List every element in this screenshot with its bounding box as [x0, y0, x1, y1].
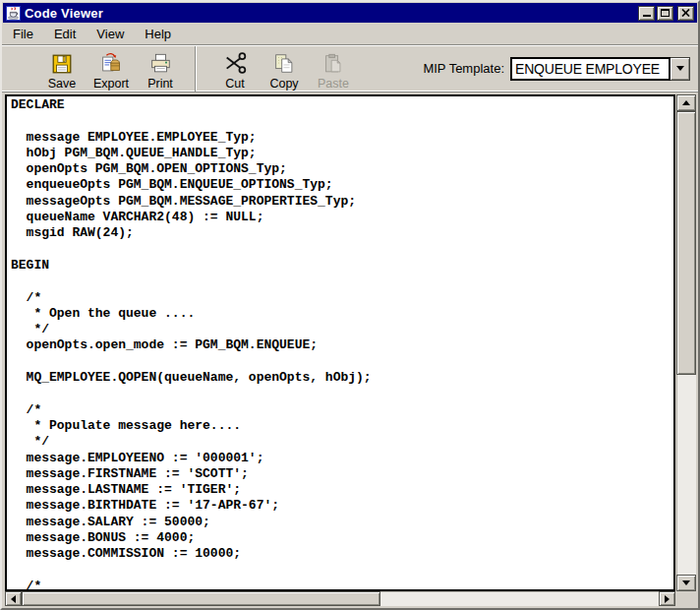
menu-file[interactable]: File	[5, 24, 41, 44]
title-bar[interactable]: Code Viewer	[3, 3, 697, 23]
horizontal-scrollbar[interactable]	[5, 591, 675, 606]
paste-label: Paste	[318, 77, 349, 91]
toolbar-separator	[195, 46, 197, 92]
java-cup-icon	[6, 6, 21, 21]
cut-button[interactable]: Cut	[212, 47, 258, 91]
window-controls	[638, 6, 694, 21]
close-icon	[681, 9, 690, 17]
maximize-icon	[661, 9, 670, 17]
menu-help[interactable]: Help	[137, 24, 179, 44]
maximize-button[interactable]	[657, 6, 673, 21]
vertical-scrollbar[interactable]	[676, 94, 696, 591]
export-label: Export	[93, 77, 129, 91]
mip-template-value[interactable]: ENQUEUE EMPLOYEE	[510, 57, 671, 81]
mip-template-dropdown-button[interactable]	[671, 57, 690, 81]
code-viewer-window: Code Viewer File Edit View Help	[0, 0, 700, 610]
export-icon	[98, 51, 124, 77]
save-button[interactable]: Save	[39, 47, 85, 91]
toolbar: Save Export	[2, 44, 698, 92]
clipboard-icon	[321, 51, 346, 77]
print-label: Print	[147, 77, 173, 91]
minimize-button[interactable]	[638, 6, 655, 21]
code-scroll-pane: DECLARE message EMPLOYEE.EMPLOYEE_Typ; h…	[5, 94, 696, 606]
arrow-up-icon	[682, 100, 690, 105]
print-button[interactable]: Print	[138, 47, 183, 91]
copy-pages-icon	[271, 51, 297, 77]
copy-button[interactable]: Copy	[262, 47, 307, 91]
scroll-down-button[interactable]	[676, 575, 696, 591]
window-title: Code Viewer	[25, 6, 634, 21]
mip-template-group: MIP Template: ENQUEUE EMPLOYEE	[423, 57, 690, 81]
menu-view[interactable]: View	[88, 24, 132, 44]
scroll-left-button[interactable]	[5, 591, 22, 606]
paste-button[interactable]: Paste	[311, 47, 356, 91]
scrollbar-corner	[676, 591, 696, 606]
export-button[interactable]: Export	[88, 47, 134, 91]
vertical-scrollbar-thumb[interactable]	[676, 111, 696, 375]
arrow-down-icon	[682, 580, 690, 585]
menu-bar: File Edit View Help	[2, 23, 698, 44]
copy-label: Copy	[269, 77, 298, 91]
horizontal-scrollbar-thumb[interactable]	[22, 591, 380, 606]
chevron-down-icon	[676, 66, 684, 71]
cut-label: Cut	[225, 77, 244, 91]
horizontal-scrollbar-track[interactable]	[22, 591, 659, 606]
mip-template-label: MIP Template:	[423, 61, 504, 76]
printer-icon	[147, 51, 173, 77]
scissors-icon	[222, 51, 248, 77]
scroll-up-button[interactable]	[676, 94, 696, 111]
save-label: Save	[48, 77, 77, 91]
mip-template-combobox: ENQUEUE EMPLOYEE	[510, 57, 690, 81]
scroll-right-button[interactable]	[659, 591, 675, 606]
menu-edit[interactable]: Edit	[46, 24, 84, 44]
close-button[interactable]	[677, 6, 694, 21]
vertical-scrollbar-track[interactable]	[676, 111, 696, 575]
code-text: DECLARE message EMPLOYEE.EMPLOYEE_Typ; h…	[7, 96, 673, 591]
arrow-right-icon	[665, 595, 670, 603]
code-viewport[interactable]: DECLARE message EMPLOYEE.EMPLOYEE_Typ; h…	[5, 94, 675, 591]
minimize-icon	[643, 15, 651, 17]
floppy-disk-icon	[49, 51, 75, 77]
arrow-left-icon	[11, 595, 16, 603]
